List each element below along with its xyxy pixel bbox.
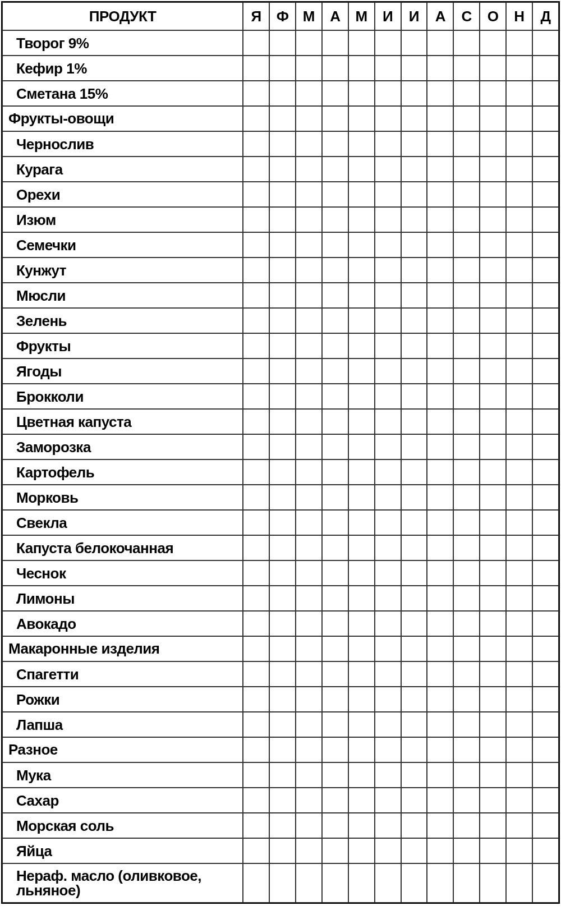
month-cell [322, 56, 348, 81]
month-cell [506, 611, 532, 636]
month-cell [243, 510, 269, 535]
month-cell [480, 459, 506, 485]
month-cell [348, 56, 375, 81]
month-cell [427, 258, 453, 283]
month-cell [401, 434, 427, 459]
month-cell [453, 687, 480, 712]
month-cell [375, 611, 401, 636]
month-cell [453, 207, 480, 232]
month-cell [296, 358, 322, 384]
month-cell [506, 712, 532, 737]
month-cell [322, 283, 348, 308]
month-cell [427, 30, 453, 56]
table-row: Заморозка [2, 434, 559, 459]
product-label: Чернослив [2, 131, 243, 157]
month-cell [532, 510, 559, 535]
product-label: Мюсли [2, 283, 243, 308]
month-cell [322, 611, 348, 636]
month-cell [269, 56, 296, 81]
month-cell [296, 510, 322, 535]
table-row: Картофель [2, 459, 559, 485]
month-cell [427, 661, 453, 687]
month-cell [375, 434, 401, 459]
month-cell [243, 30, 269, 56]
month-cell [532, 661, 559, 687]
month-header: Ф [269, 2, 296, 30]
month-cell [243, 81, 269, 106]
month-cell [322, 258, 348, 283]
month-cell [348, 232, 375, 258]
month-cell [348, 157, 375, 182]
month-cell [375, 687, 401, 712]
month-cell [269, 384, 296, 409]
month-cell [322, 762, 348, 788]
month-cell [269, 283, 296, 308]
month-cell [348, 182, 375, 207]
month-cell [480, 510, 506, 535]
month-cell [506, 535, 532, 560]
month-cell [427, 459, 453, 485]
month-cell [296, 737, 322, 762]
month-cell [269, 737, 296, 762]
month-cell [322, 661, 348, 687]
table-row: Семечки [2, 232, 559, 258]
month-cell [296, 762, 322, 788]
month-cell [480, 81, 506, 106]
month-cell [506, 258, 532, 283]
month-cell [506, 687, 532, 712]
month-cell [348, 510, 375, 535]
month-cell [480, 258, 506, 283]
month-cell [401, 535, 427, 560]
month-cell [243, 485, 269, 510]
month-cell [296, 838, 322, 863]
month-cell [427, 636, 453, 661]
month-cell [480, 157, 506, 182]
month-cell [453, 737, 480, 762]
month-cell [375, 762, 401, 788]
month-cell [427, 56, 453, 81]
product-label: Мука [2, 762, 243, 788]
month-cell [243, 636, 269, 661]
month-cell [453, 838, 480, 863]
product-label: Орехи [2, 182, 243, 207]
month-cell [506, 485, 532, 510]
month-cell [453, 358, 480, 384]
month-cell [375, 333, 401, 358]
month-cell [453, 863, 480, 903]
month-cell [453, 409, 480, 434]
month-cell [296, 409, 322, 434]
month-cell [506, 81, 532, 106]
table-row: Орехи [2, 182, 559, 207]
month-cell [532, 586, 559, 611]
month-cell [348, 737, 375, 762]
product-column-header: ПРОДУКТ [2, 2, 243, 30]
month-cell [506, 636, 532, 661]
month-cell [401, 712, 427, 737]
month-cell [243, 459, 269, 485]
month-cell [375, 813, 401, 838]
month-header: Н [506, 2, 532, 30]
month-cell [296, 788, 322, 813]
month-cell [375, 308, 401, 333]
month-cell [243, 182, 269, 207]
table-row: Изюм [2, 207, 559, 232]
month-cell [427, 712, 453, 737]
table-header-row: ПРОДУКТ Я Ф М А М И И А С О Н Д [2, 2, 559, 30]
month-cell [427, 283, 453, 308]
month-cell [453, 661, 480, 687]
product-label: Кефир 1% [2, 56, 243, 81]
month-cell [453, 636, 480, 661]
table-row: Нераф. масло (оливковое, льняное) [2, 863, 559, 903]
month-cell [296, 434, 322, 459]
month-cell [506, 586, 532, 611]
month-cell [375, 661, 401, 687]
month-cell [427, 333, 453, 358]
month-cell [532, 737, 559, 762]
month-cell [296, 283, 322, 308]
month-cell [453, 106, 480, 131]
month-cell [322, 131, 348, 157]
month-cell [375, 485, 401, 510]
month-cell [480, 283, 506, 308]
month-cell [506, 560, 532, 586]
month-cell [506, 283, 532, 308]
